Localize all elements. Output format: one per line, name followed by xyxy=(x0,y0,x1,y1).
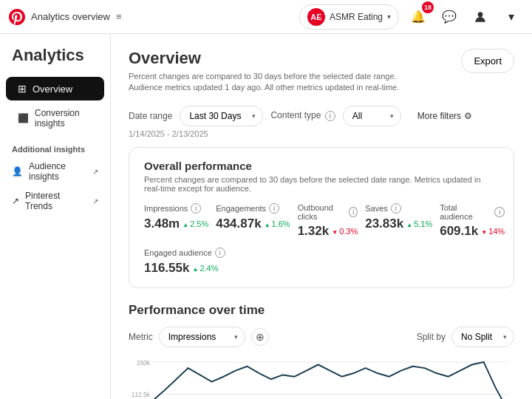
filters-row: Date range Last 30 Days Last 7 Days Last… xyxy=(129,106,514,126)
metric-info-icon[interactable]: i xyxy=(391,203,401,214)
notifications-button[interactable]: 🔔 18 xyxy=(406,5,430,29)
content-header: Overview Percent changes are compared to… xyxy=(129,49,514,94)
svg-point-0 xyxy=(478,12,483,17)
account-name: ASMR Eating xyxy=(330,12,383,22)
main-content: Overview Percent changes are compared to… xyxy=(111,34,532,399)
metric-change: 2.5% xyxy=(183,219,208,228)
messages-button[interactable]: 💬 xyxy=(437,5,461,29)
topnav: Analytics overview ≡ AE ASMR Eating ▾ 🔔 … xyxy=(0,0,532,34)
date-range-text: 1/14/2025 - 2/13/2025 xyxy=(129,129,514,138)
audience-icon: 👤 xyxy=(12,166,23,177)
more-filters-button[interactable]: More filters ⚙ xyxy=(409,106,481,126)
svg-text:112.5k: 112.5k xyxy=(132,391,151,398)
metrics-bottom: Engaged audience i 116.55k 2.4% xyxy=(144,248,499,276)
metric-item: Total audience i 609.1k 14% xyxy=(440,203,505,239)
content-type-label: Content type i xyxy=(270,110,335,121)
metric-value: 434.87k 1.6% xyxy=(216,216,290,231)
topnav-title: Analytics overview xyxy=(31,11,110,22)
metric-value: 3.48m 2.5% xyxy=(144,216,208,231)
perf-card-subtitle: Percent changes are compared to 30 days … xyxy=(144,175,499,193)
change-arrow xyxy=(406,219,412,228)
metric-info-icon[interactable]: i xyxy=(349,207,358,217)
metrics-grid: Impressions i 3.48m 2.5% Engagements i 4… xyxy=(144,203,499,239)
content-type-select-wrapper: All Pins Videos ▾ xyxy=(343,106,401,126)
metric-value: 23.83k 5.1% xyxy=(365,216,432,231)
content-type-select[interactable]: All Pins Videos xyxy=(343,106,401,126)
header-text: Overview Percent changes are compared to… xyxy=(129,49,424,94)
sidebar-title: Analytics xyxy=(0,46,110,77)
metric-change: 1.6% xyxy=(265,219,290,228)
sidebar-nav: ⊞ Overview ⬛ Conversion insights xyxy=(0,77,110,134)
pinterest-logo xyxy=(9,9,25,25)
add-metric-button[interactable]: ⊕ xyxy=(251,328,269,346)
change-arrow xyxy=(481,227,487,236)
svg-text:150k: 150k xyxy=(137,359,151,366)
metric-change: 5.1% xyxy=(406,219,432,228)
metric-label: Total audience i xyxy=(440,203,505,221)
sidebar-trends-label: Pinterest Trends xyxy=(25,191,83,211)
change-arrow xyxy=(332,227,338,236)
filter-icon: ⚙ xyxy=(464,111,472,121)
main-layout: Analytics ⊞ Overview ⬛ Conversion insigh… xyxy=(0,34,532,399)
metric-item-bottom: Engaged audience i 116.55k 2.4% xyxy=(144,248,225,276)
sidebar-additional-section: Additional insights xyxy=(0,136,110,157)
metric-label: Outbound clicks i xyxy=(298,203,358,221)
export-button[interactable]: Export xyxy=(461,49,514,73)
metric-select[interactable]: Impressions Engagements Saves xyxy=(159,327,245,347)
account-avatar: AE xyxy=(307,8,325,26)
sidebar-item-overview[interactable]: ⊞ Overview xyxy=(6,77,104,100)
metric-label: Impressions i xyxy=(144,203,208,214)
chart-section-title: Performance over time xyxy=(129,303,514,318)
split-select[interactable]: No Split Device Gender xyxy=(451,327,514,347)
content-type-info-icon[interactable]: i xyxy=(325,111,335,121)
sidebar-item-trends[interactable]: ↗ Pinterest Trends ↗ xyxy=(0,186,110,216)
settings-button[interactable]: ▾ xyxy=(499,5,523,29)
metric-control-label: Metric xyxy=(129,332,153,342)
metric-change: 0.3% xyxy=(332,227,358,236)
change-arrow-bottom xyxy=(192,264,198,273)
topnav-right: AE ASMR Eating ▾ 🔔 18 💬 ▾ xyxy=(299,4,523,30)
topnav-left: Analytics overview ≡ xyxy=(9,9,122,25)
date-range-select-wrapper: Last 30 Days Last 7 Days Last 90 Days ▾ xyxy=(180,106,263,126)
metric-label-bottom: Engaged audience i xyxy=(144,248,225,258)
menu-icon[interactable]: ≡ xyxy=(116,11,122,22)
metric-info-icon[interactable]: i xyxy=(191,203,201,214)
perf-card-title: Overall performance xyxy=(144,160,499,172)
profile-button[interactable] xyxy=(468,5,492,29)
metric-label: Engagements i xyxy=(216,203,290,214)
external-link-icon: ↗ xyxy=(92,168,98,176)
sidebar-item-conversion[interactable]: ⬛ Conversion insights xyxy=(6,102,104,134)
date-range-select[interactable]: Last 30 Days Last 7 Days Last 90 Days xyxy=(180,106,263,126)
performance-card: Overall performance Percent changes are … xyxy=(129,147,514,288)
chevron-down-icon: ▾ xyxy=(387,13,391,21)
page-title: Overview xyxy=(129,49,424,68)
conversion-icon: ⬛ xyxy=(18,113,29,123)
metric-info-icon[interactable]: i xyxy=(269,203,279,214)
metric-bottom-info-icon[interactable]: i xyxy=(215,248,225,258)
notification-count: 18 xyxy=(422,1,434,13)
change-arrow xyxy=(183,219,188,228)
split-select-wrapper: No Split Device Gender ▾ xyxy=(451,327,514,347)
sidebar: Analytics ⊞ Overview ⬛ Conversion insigh… xyxy=(0,34,111,399)
metric-label: Saves i xyxy=(365,203,432,214)
overview-icon: ⊞ xyxy=(18,83,27,95)
metric-item: Outbound clicks i 1.32k 0.3% xyxy=(298,203,358,239)
sidebar-item-overview-label: Overview xyxy=(33,83,72,95)
metric-info-icon[interactable]: i xyxy=(494,207,505,217)
sidebar-item-audience[interactable]: 👤 Audience insights ↗ xyxy=(0,157,110,186)
chart-controls: Metric Impressions Engagements Saves ▾ ⊕… xyxy=(129,327,514,347)
metric-item: Impressions i 3.48m 2.5% xyxy=(144,203,208,239)
metric-value: 609.1k 14% xyxy=(440,224,505,239)
metric-item: Saves i 23.83k 5.1% xyxy=(365,203,432,239)
page-subtitle: Percent changes are compared to 30 days … xyxy=(129,71,424,94)
metric-value: 1.32k 0.3% xyxy=(298,224,358,239)
account-info[interactable]: AE ASMR Eating ▾ xyxy=(299,4,399,30)
chart-controls-right: Split by No Split Device Gender ▾ xyxy=(417,327,514,347)
split-label: Split by xyxy=(417,332,446,342)
sidebar-audience-label: Audience insights xyxy=(29,161,83,182)
trends-icon: ↗ xyxy=(12,196,19,206)
change-arrow xyxy=(265,219,270,228)
metric-change-bottom: 2.4% xyxy=(192,264,218,273)
metric-select-wrapper: Impressions Engagements Saves ▾ xyxy=(159,327,245,347)
chart-controls-left: Metric Impressions Engagements Saves ▾ ⊕ xyxy=(129,327,269,347)
